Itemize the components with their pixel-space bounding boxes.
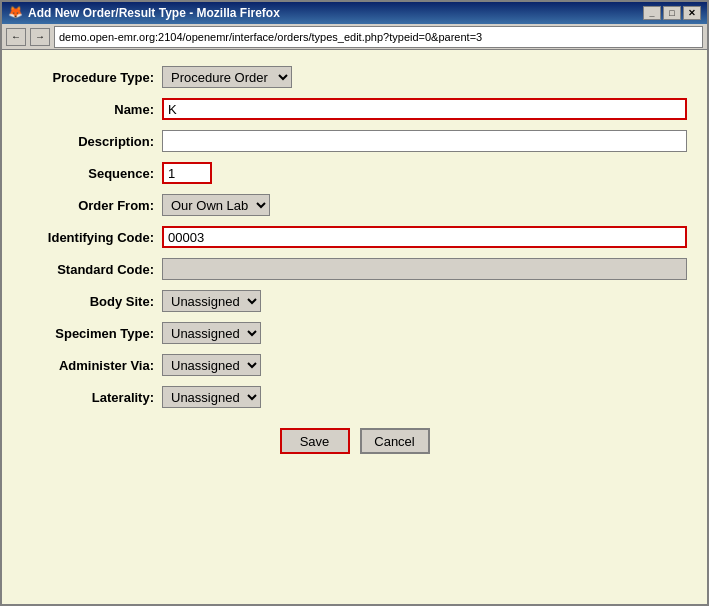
title-bar: 🦊 Add New Order/Result Type - Mozilla Fi…	[2, 2, 707, 24]
sequence-input[interactable]	[162, 162, 212, 184]
body-site-label: Body Site:	[22, 294, 162, 309]
name-field	[162, 98, 687, 120]
administer-via-label: Administer Via:	[22, 358, 162, 373]
administer-via-row: Administer Via: Unassigned	[22, 354, 687, 376]
sequence-field	[162, 162, 687, 184]
specimen-type-row: Specimen Type: Unassigned	[22, 322, 687, 344]
address-input[interactable]	[54, 26, 703, 48]
forward-button[interactable]: →	[30, 28, 50, 46]
minimize-button[interactable]: _	[643, 6, 661, 20]
order-from-select[interactable]: Our Own Lab External Lab	[162, 194, 270, 216]
body-site-field: Unassigned	[162, 290, 687, 312]
body-site-row: Body Site: Unassigned	[22, 290, 687, 312]
sequence-row: Sequence:	[22, 162, 687, 184]
order-from-row: Order From: Our Own Lab External Lab	[22, 194, 687, 216]
standard-code-label: Standard Code:	[22, 262, 162, 277]
body-site-select[interactable]: Unassigned	[162, 290, 261, 312]
standard-code-field	[162, 258, 687, 280]
laterality-select[interactable]: Unassigned	[162, 386, 261, 408]
identifying-code-field	[162, 226, 687, 248]
address-bar: ← →	[2, 24, 707, 50]
standard-code-row: Standard Code:	[22, 258, 687, 280]
cancel-button[interactable]: Cancel	[360, 428, 430, 454]
administer-via-field: Unassigned	[162, 354, 687, 376]
maximize-button[interactable]: □	[663, 6, 681, 20]
order-from-field: Our Own Lab External Lab	[162, 194, 687, 216]
name-label: Name:	[22, 102, 162, 117]
procedure-type-label: Procedure Type:	[22, 70, 162, 85]
description-input[interactable]	[162, 130, 687, 152]
close-button[interactable]: ✕	[683, 6, 701, 20]
window-title: Add New Order/Result Type - Mozilla Fire…	[28, 6, 280, 20]
back-button[interactable]: ←	[6, 28, 26, 46]
procedure-type-row: Procedure Type: Procedure Order Procedur…	[22, 66, 687, 88]
name-input[interactable]	[162, 98, 687, 120]
main-content: Procedure Type: Procedure Order Procedur…	[2, 50, 707, 604]
description-field	[162, 130, 687, 152]
procedure-type-select[interactable]: Procedure Order Procedure Group Procedur…	[162, 66, 292, 88]
sequence-label: Sequence:	[22, 166, 162, 181]
description-row: Description:	[22, 130, 687, 152]
laterality-field: Unassigned	[162, 386, 687, 408]
name-row: Name:	[22, 98, 687, 120]
specimen-type-field: Unassigned	[162, 322, 687, 344]
title-bar-left: 🦊 Add New Order/Result Type - Mozilla Fi…	[8, 5, 280, 21]
standard-code-display	[162, 258, 687, 280]
identifying-code-label: Identifying Code:	[22, 230, 162, 245]
identifying-code-row: Identifying Code:	[22, 226, 687, 248]
specimen-type-label: Specimen Type:	[22, 326, 162, 341]
procedure-type-field: Procedure Order Procedure Group Procedur…	[162, 66, 687, 88]
firefox-icon: 🦊	[8, 5, 24, 21]
specimen-type-select[interactable]: Unassigned	[162, 322, 261, 344]
button-row: Save Cancel	[22, 428, 687, 454]
laterality-row: Laterality: Unassigned	[22, 386, 687, 408]
laterality-label: Laterality:	[22, 390, 162, 405]
main-window: 🦊 Add New Order/Result Type - Mozilla Fi…	[0, 0, 709, 606]
description-label: Description:	[22, 134, 162, 149]
title-buttons: _ □ ✕	[643, 6, 701, 20]
administer-via-select[interactable]: Unassigned	[162, 354, 261, 376]
order-from-label: Order From:	[22, 198, 162, 213]
identifying-code-input[interactable]	[162, 226, 687, 248]
save-button[interactable]: Save	[280, 428, 350, 454]
